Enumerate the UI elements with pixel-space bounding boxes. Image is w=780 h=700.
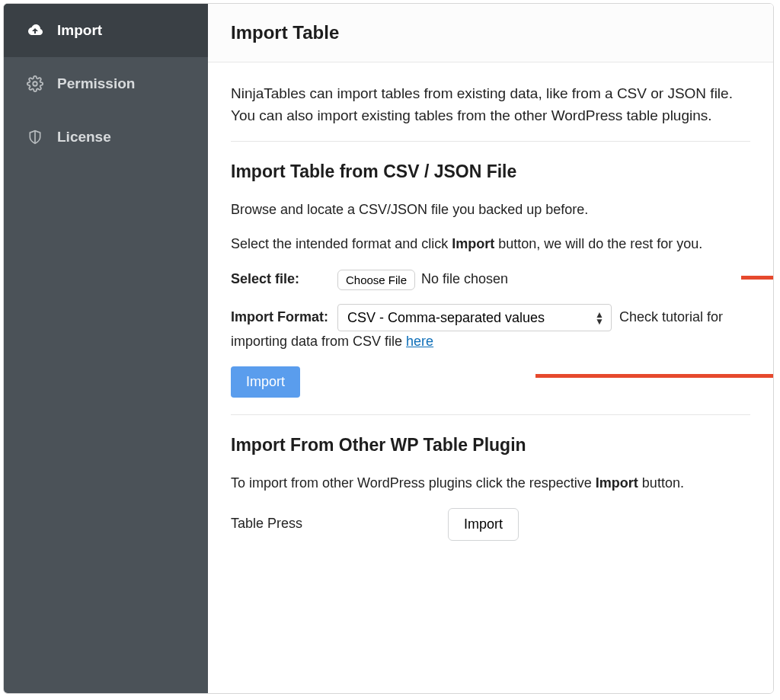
sidebar-item-license[interactable]: License	[4, 110, 208, 164]
intro-text: NinjaTables can import tables from exist…	[231, 82, 750, 127]
divider	[231, 414, 750, 415]
sidebar-item-label: Permission	[57, 75, 135, 92]
plugin-row: Table Press Import	[231, 508, 750, 541]
no-file-chosen-text: No file chosen	[421, 269, 508, 290]
sidebar-item-label: License	[57, 129, 111, 145]
sidebar-item-import[interactable]: Import	[4, 4, 208, 57]
section-heading-csv: Import Table from CSV / JSON File	[231, 158, 750, 186]
main: Import Table NinjaTables can import tabl…	[208, 4, 773, 693]
tutorial-text-inline: Check tutorial for importing data from C…	[619, 307, 750, 328]
tutorial-line: importing data from CSV file here	[231, 331, 750, 353]
select-file-label: Select file:	[231, 269, 337, 290]
content: NinjaTables can import tables from exist…	[208, 62, 773, 561]
page-header: Import Table	[208, 4, 773, 62]
plugin-import-button[interactable]: Import	[448, 508, 519, 541]
cloud-upload-icon	[25, 21, 45, 40]
import-format-select[interactable]: CSV - Comma-separated values	[337, 304, 612, 331]
sidebar-item-label: Import	[57, 22, 102, 39]
instruction-line-1: Browse and locate a CSV/JSON file you ba…	[231, 200, 750, 221]
annotation-arrow	[741, 273, 774, 282]
import-button-row: Import 3	[231, 366, 750, 398]
other-plugin-instruction: To import from other WordPress plugins c…	[231, 473, 750, 494]
tutorial-link[interactable]: here	[406, 334, 433, 349]
import-button[interactable]: Import	[231, 366, 300, 398]
instruction-line-2: Select the intended format and click Imp…	[231, 234, 750, 255]
annotation-arrow	[535, 371, 774, 380]
choose-file-button[interactable]: Choose File	[337, 270, 415, 290]
import-format-label: Import Format:	[231, 307, 337, 328]
gear-icon	[25, 74, 45, 94]
divider	[231, 141, 750, 142]
page-title: Import Table	[231, 22, 750, 43]
svg-point-0	[33, 82, 37, 86]
sidebar-item-permission[interactable]: Permission	[4, 57, 208, 110]
sidebar: Import Permission License	[4, 4, 208, 693]
import-format-row: Import Format: CSV - Comma-separated val…	[231, 304, 750, 331]
select-file-row: Select file: Choose File No file chosen …	[231, 269, 750, 290]
section-heading-other: Import From Other WP Table Plugin	[231, 432, 750, 459]
plugin-name: Table Press	[231, 513, 448, 535]
shield-icon	[25, 127, 45, 147]
format-select-wrap: CSV - Comma-separated values ▲▼	[337, 304, 612, 331]
